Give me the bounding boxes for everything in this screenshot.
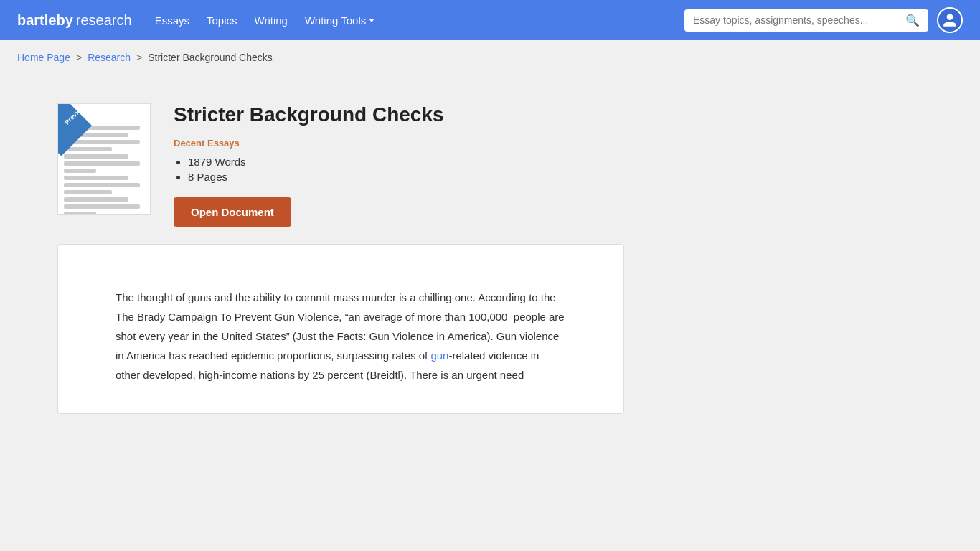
breadcrumb: Home Page > Research > Stricter Backgrou… — [0, 40, 980, 75]
essay-title: Stricter Background Checks — [174, 103, 923, 126]
logo-bartleby: bartleby — [17, 12, 73, 29]
logo-research: research — [76, 12, 132, 29]
doc-preview: The thought of guns and the ability to c… — [57, 244, 624, 414]
nav-writing-tools-label: Writing Tools — [305, 14, 366, 27]
search-bar[interactable]: 🔍 — [684, 9, 928, 32]
essay-words: 1879 Words — [188, 156, 923, 168]
search-icon[interactable]: 🔍 — [905, 14, 920, 27]
search-input[interactable] — [693, 14, 905, 26]
nav-writing[interactable]: Writing — [255, 14, 288, 27]
header-left: bartleby research Essays Topics Writing … — [17, 12, 374, 29]
breadcrumb-research[interactable]: Research — [88, 52, 131, 63]
essay-header: Preview Stricter Background Checks — [57, 103, 923, 227]
main-nav: Essays Topics Writing Writing Tools — [155, 14, 375, 27]
user-icon — [942, 12, 958, 28]
main-content: Preview Stricter Background Checks — [0, 75, 980, 443]
essay-quality: Decent Essays — [174, 138, 923, 149]
breadcrumb-home[interactable]: Home Page — [17, 52, 70, 63]
thumb-line-13 — [64, 212, 96, 215]
user-avatar[interactable] — [937, 7, 963, 33]
thumb-line-11 — [64, 197, 128, 202]
logo[interactable]: bartleby research — [17, 12, 132, 29]
thumb-line-7 — [64, 169, 96, 173]
thumb-line-4 — [64, 147, 112, 151]
gun-link[interactable]: gun — [430, 349, 448, 362]
thumb-line-6 — [64, 161, 140, 166]
essay-info: Stricter Background Checks Decent Essays… — [174, 103, 923, 227]
chevron-down-icon — [369, 19, 374, 22]
thumb-line-9 — [64, 183, 140, 187]
breadcrumb-sep-2: > — [136, 52, 142, 63]
header-right: 🔍 — [684, 7, 963, 33]
thumb-line-8 — [64, 176, 128, 180]
thumb-line-12 — [64, 204, 140, 209]
thumb-line-10 — [64, 190, 112, 194]
nav-topics[interactable]: Topics — [207, 14, 237, 27]
breadcrumb-sep-1: > — [76, 52, 82, 63]
essay-pages: 8 Pages — [188, 171, 923, 183]
essay-meta: 1879 Words 8 Pages — [174, 156, 923, 183]
nav-writing-tools-dropdown[interactable]: Writing Tools — [305, 14, 374, 27]
essay-thumbnail: Preview — [57, 103, 151, 215]
site-header: bartleby research Essays Topics Writing … — [0, 0, 980, 40]
thumb-line-5 — [64, 154, 128, 159]
doc-preview-text: The thought of guns and the ability to c… — [116, 288, 566, 385]
nav-essays[interactable]: Essays — [155, 14, 189, 27]
open-document-button[interactable]: Open Document — [174, 197, 291, 227]
breadcrumb-current: Stricter Background Checks — [148, 52, 273, 63]
